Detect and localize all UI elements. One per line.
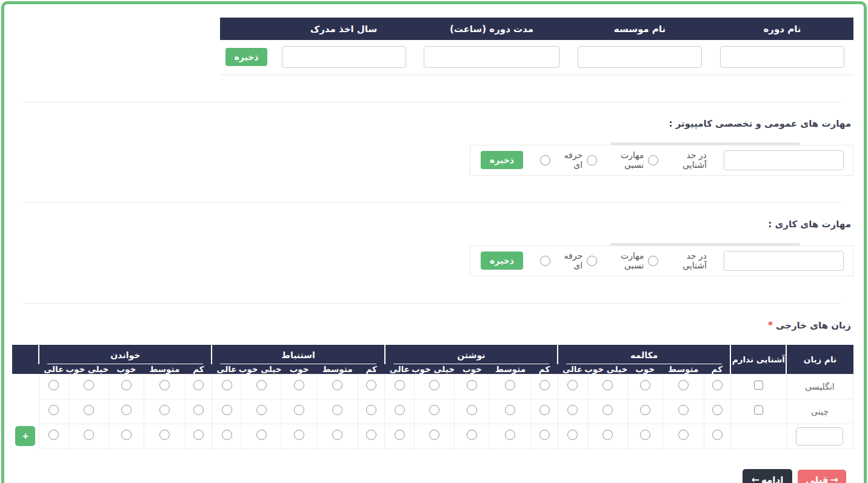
institute-name-input[interactable] — [578, 46, 702, 68]
relative-skill-radio[interactable] — [587, 256, 597, 266]
skill-level-radio[interactable] — [366, 430, 376, 440]
skill-level-radio[interactable] — [366, 405, 376, 415]
skill-level-radio[interactable] — [678, 430, 689, 440]
skill-level-radio[interactable] — [121, 430, 132, 440]
skill-level-radio[interactable] — [332, 430, 342, 440]
computer-skill-save-button[interactable]: ذخیره — [481, 151, 523, 169]
skill-level-radio[interactable] — [256, 405, 267, 415]
skill-level-radio[interactable] — [539, 380, 550, 390]
skill-level-radio[interactable] — [712, 380, 723, 390]
skill-level-radio[interactable] — [429, 430, 439, 440]
skill-level-radio[interactable] — [505, 380, 515, 390]
skill-level-radio[interactable] — [159, 405, 170, 415]
radio-option-professional[interactable]: حرفه ای — [540, 251, 583, 270]
skill-level-radio[interactable] — [678, 405, 689, 415]
skill-level-radio[interactable] — [48, 405, 59, 415]
computer-skills-title: مهارت های عمومی و تخصصی کامپیوتر : — [15, 118, 851, 129]
skill-level-radio[interactable] — [505, 405, 515, 415]
skill-level-radio[interactable] — [603, 380, 613, 390]
skill-level-radio[interactable] — [467, 430, 477, 440]
skill-level-radio[interactable] — [567, 430, 578, 440]
conversation-group-header: مکالمه — [558, 345, 730, 364]
skill-level-radio[interactable] — [121, 405, 132, 415]
add-language-button[interactable]: + — [15, 426, 35, 446]
skill-level-radio[interactable] — [222, 430, 232, 440]
course-duration-input[interactable] — [424, 46, 559, 68]
relative-skill-radio[interactable] — [587, 155, 597, 165]
course-save-button[interactable]: ذخیره — [225, 48, 268, 66]
skill-level-cell — [185, 424, 212, 448]
skill-level-radio[interactable] — [48, 430, 59, 440]
skill-level-radio[interactable] — [712, 430, 723, 440]
skill-level-cell — [587, 424, 627, 448]
skill-level-radio[interactable] — [467, 405, 477, 415]
skill-level-cell — [242, 399, 282, 424]
new-language-input[interactable] — [796, 427, 843, 445]
skill-level-radio[interactable] — [603, 405, 613, 415]
no-familiarity-checkbox[interactable] — [754, 381, 763, 390]
skill-level-radio[interactable] — [294, 380, 304, 390]
radio-option-professional[interactable]: حرفه ای — [540, 150, 583, 170]
radio-option-familiar[interactable]: در حد آشنایی — [648, 150, 707, 170]
skill-level-radio[interactable] — [539, 430, 550, 440]
work-skill-input[interactable] — [724, 251, 844, 271]
skill-level-radio[interactable] — [48, 380, 59, 390]
language-row: + — [12, 424, 853, 448]
familiar-radio[interactable] — [648, 256, 658, 266]
course-name-header: نام دوره — [711, 18, 853, 40]
familiar-radio[interactable] — [648, 155, 658, 165]
work-skill-save-button[interactable]: ذخیره — [481, 251, 523, 270]
previous-button-label: قبلی — [806, 475, 828, 483]
skill-level-radio[interactable] — [294, 430, 304, 440]
skill-level-radio[interactable] — [332, 380, 342, 390]
skill-level-radio[interactable] — [429, 380, 439, 390]
skill-level-radio[interactable] — [603, 430, 613, 440]
skill-level-radio[interactable] — [84, 380, 94, 390]
skill-level-radio[interactable] — [84, 405, 94, 415]
skill-level-radio[interactable] — [539, 405, 550, 415]
language-name-cell — [786, 424, 853, 448]
previous-button[interactable]: → قبلی — [798, 470, 846, 483]
skill-level-radio[interactable] — [712, 405, 723, 415]
continue-button[interactable]: ادامه ← — [743, 469, 793, 483]
radio-option-relative[interactable]: مهارت نسبی — [587, 251, 644, 270]
skill-level-radio[interactable] — [467, 380, 477, 390]
skill-level-radio[interactable] — [84, 430, 94, 440]
skill-level-radio[interactable] — [193, 430, 204, 440]
skill-level-radio[interactable] — [193, 405, 204, 415]
skill-level-radio[interactable] — [640, 380, 650, 390]
skill-level-radio[interactable] — [256, 380, 267, 390]
skill-level-radio[interactable] — [159, 380, 170, 390]
skill-level-cell — [358, 424, 385, 448]
radio-option-familiar[interactable]: در حد آشنایی — [648, 251, 707, 270]
skill-level-radio[interactable] — [193, 380, 204, 390]
skill-level-radio[interactable] — [395, 405, 405, 415]
section-divider — [23, 303, 841, 304]
skill-level-radio[interactable] — [567, 380, 578, 390]
skill-level-radio[interactable] — [256, 430, 267, 440]
skill-level-radio[interactable] — [294, 405, 304, 415]
no-familiarity-checkbox[interactable] — [754, 405, 763, 415]
skill-level-radio[interactable] — [121, 380, 132, 390]
skill-level-radio[interactable] — [222, 380, 232, 390]
skill-level-radio[interactable] — [395, 430, 405, 440]
skill-level-radio[interactable] — [678, 380, 689, 390]
course-name-input[interactable] — [720, 46, 844, 68]
radio-option-relative[interactable]: مهارت نسبی — [587, 150, 644, 170]
page-container: نام دوره نام موسسه مدت دوره (ساعت) سال ا… — [1, 1, 867, 483]
skill-level-radio[interactable] — [640, 430, 650, 440]
skill-level-radio[interactable] — [429, 405, 439, 415]
skill-level-radio[interactable] — [505, 430, 515, 440]
skill-level-radio[interactable] — [395, 380, 405, 390]
professional-radio[interactable] — [540, 155, 550, 165]
skill-level-radio[interactable] — [159, 430, 170, 440]
skill-level-radio[interactable] — [366, 380, 376, 390]
computer-skill-input[interactable] — [724, 150, 844, 170]
skill-level-radio[interactable] — [222, 405, 232, 415]
certificate-year-input[interactable] — [282, 46, 406, 68]
skill-level-radio[interactable] — [567, 405, 578, 415]
professional-radio[interactable] — [540, 256, 550, 266]
skill-level-radio[interactable] — [640, 405, 650, 415]
skill-level-cell — [531, 399, 558, 424]
skill-level-radio[interactable] — [332, 405, 342, 415]
